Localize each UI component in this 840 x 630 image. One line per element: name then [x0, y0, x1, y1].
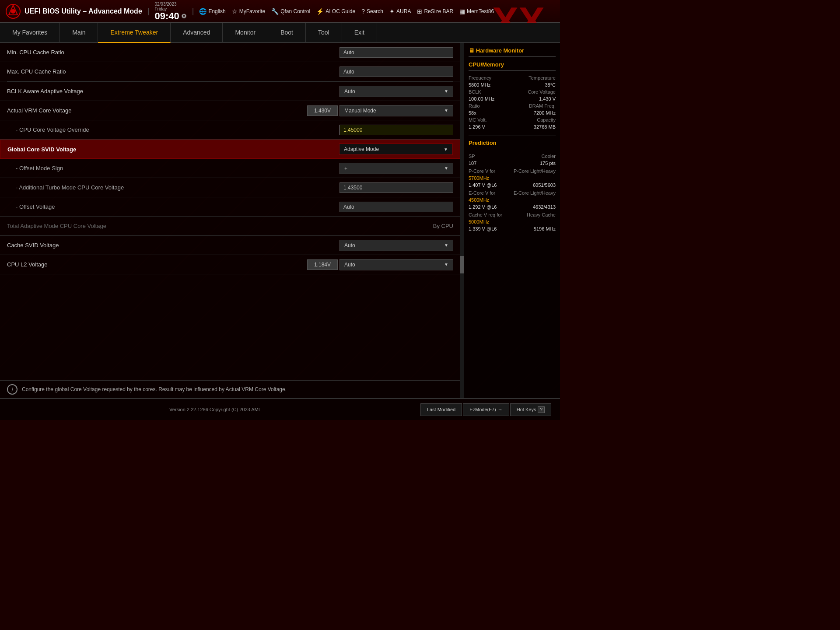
cpu-memory-section: CPU/Memory Frequency Temperature 5800 MH… — [469, 61, 556, 130]
cpu-memory-title: CPU/Memory — [469, 61, 556, 71]
cpu-l2-dropdown[interactable]: Auto ▼ — [340, 259, 453, 270]
ecore-volt: 1.292 V @L6 — [469, 204, 497, 210]
ez-mode-arrow-icon: → — [498, 407, 503, 412]
sp-values: 107 175 pts — [469, 161, 556, 166]
hot-keys-button[interactable]: Hot Keys ? — [510, 403, 551, 416]
tab-exit[interactable]: Exit — [342, 23, 377, 42]
corevolt-label: Core Voltage — [528, 89, 556, 94]
cpu-l2-label: CPU L2 Voltage — [7, 261, 307, 268]
pcore-lh-val: 6051/5603 — [533, 182, 556, 188]
pcore-row1: P-Core V for P-Core Light/Heavy — [469, 168, 556, 174]
setting-max-cpu-cache: Max. CPU Cache Ratio Auto — [0, 62, 460, 81]
prediction-title: Prediction — [469, 140, 556, 149]
cap-label: Capacity — [537, 117, 556, 122]
aura-icon: ✦ — [389, 8, 395, 15]
info-icon: i — [7, 384, 18, 395]
mc-value: 1.296 V — [469, 124, 485, 130]
setting-cache-svid: Cache SVID Voltage Auto ▼ — [0, 236, 460, 255]
nav-qfan[interactable]: 🔧 Qfan Control — [271, 8, 310, 15]
hw-mc-row: MC Volt. Capacity — [469, 117, 556, 122]
pcore-row2: 5700MHz — [469, 175, 556, 181]
cpu-override-value[interactable]: 1.45000 — [340, 125, 453, 135]
nav-aioc[interactable]: ⚡ AI OC Guide — [316, 8, 355, 15]
cache-hc-val: 5196 MHz — [534, 226, 556, 231]
turbo-mode-label: - Additional Turbo Mode CPU Core Voltage — [7, 184, 340, 191]
offset-voltage-label: - Offset Voltage — [7, 203, 340, 210]
tab-tool[interactable]: Tool — [306, 23, 342, 42]
bclk-aware-label: BCLK Aware Adaptive Voltage — [7, 88, 340, 94]
nav-english[interactable]: 🌐 English — [199, 8, 225, 15]
tab-bar: My Favorites Main Extreme Tweaker Advanc… — [0, 23, 560, 43]
cache-svid-dropdown[interactable]: Auto ▼ — [340, 240, 453, 251]
search-icon: ? — [361, 8, 365, 15]
nav-search[interactable]: ? Search — [361, 8, 383, 15]
last-modified-button[interactable]: Last Modified — [420, 403, 462, 416]
cooler-value: 175 pts — [540, 161, 556, 166]
setting-vrm-core: Actual VRM Core Voltage 1.430V Manual Mo… — [0, 101, 460, 120]
turbo-mode-value[interactable]: 1.43500 — [340, 182, 453, 193]
setting-svid-voltage: Global Core SVID Voltage Adaptive Mode ▼ — [0, 140, 460, 159]
total-adaptive-label: Total Adaptive Mode CPU Core Voltage — [7, 223, 433, 229]
tab-my-favorites[interactable]: My Favorites — [0, 23, 60, 42]
nav-resizebar[interactable]: ⊞ ReSize BAR — [417, 8, 453, 15]
ecore-lh-label: E-Core Light/Heavy — [514, 190, 556, 196]
header: UEFI BIOS Utility – Advanced Mode | 02/0… — [0, 0, 560, 23]
tab-boot[interactable]: Boot — [268, 23, 306, 42]
ez-mode-button[interactable]: EzMode(F7) → — [463, 403, 509, 416]
max-cpu-cache-value[interactable]: Auto — [340, 66, 453, 77]
svid-dropdown[interactable]: Adaptive Mode ▼ — [339, 144, 453, 155]
bclk-label: BCLK — [469, 89, 481, 94]
info-bar: i Configure the global Core Voltage requ… — [0, 380, 460, 398]
faq-key: ? — [538, 406, 545, 413]
vrm-core-badge: 1.430V — [307, 105, 338, 116]
tab-main[interactable]: Main — [60, 23, 98, 42]
chevron-down-icon: ▼ — [444, 262, 448, 267]
sp-label: SP — [469, 154, 475, 159]
cap-value: 32768 MB — [534, 124, 556, 130]
cpu-l2-badge: 1.184V — [307, 259, 338, 270]
rog-logo — [5, 4, 21, 19]
datetime: 02/03/2023 Friday 09:40 ⚙ — [154, 2, 186, 21]
hw-bclk-row: BCLK Core Voltage — [469, 89, 556, 94]
main-layout: Min. CPU Cache Ratio Auto Max. CPU Cache… — [0, 43, 560, 398]
vrm-core-dropdown[interactable]: Manual Mode ▼ — [340, 105, 453, 116]
globe-icon: 🌐 — [199, 8, 206, 15]
star-icon: ☆ — [232, 8, 238, 15]
nav-aura[interactable]: ✦ AURA — [389, 8, 411, 15]
nav-myfavorite[interactable]: ☆ MyFavorite — [232, 8, 265, 15]
hw-bclk-values: 100.00 MHz 1.430 V — [469, 96, 556, 102]
fan-icon: 🔧 — [271, 8, 279, 15]
tab-monitor[interactable]: Monitor — [223, 23, 268, 42]
gear-icon[interactable]: ⚙ — [181, 13, 187, 19]
cooler-label: Cooler — [542, 154, 556, 159]
nav-memtest[interactable]: ▦ MemTest86 — [459, 8, 494, 15]
scrollbar-thumb[interactable] — [460, 256, 464, 273]
setting-bclk-aware: BCLK Aware Adaptive Voltage Auto ▼ — [0, 82, 460, 101]
pcore-freq: 5700MHz — [469, 175, 489, 181]
footer-buttons: Last Modified EzMode(F7) → Hot Keys ? — [420, 403, 551, 416]
bclk-aware-dropdown[interactable]: Auto ▼ — [340, 86, 453, 97]
tab-extreme-tweaker[interactable]: Extreme Tweaker — [98, 23, 171, 43]
prediction-section: Prediction SP Cooler 107 175 pts P-Core … — [469, 140, 556, 231]
cache-row2: 5000MHz — [469, 219, 556, 224]
scrollbar[interactable] — [460, 43, 464, 398]
footer-version: Version 2.22.1286 Copyright (C) 2023 AMI — [169, 407, 260, 412]
sidebar-divider — [469, 136, 556, 136]
offset-voltage-value[interactable]: Auto — [340, 202, 453, 212]
tab-advanced[interactable]: Advanced — [171, 23, 223, 42]
time-display: 09:40 ⚙ — [154, 11, 186, 21]
info-text: Configure the global Core Voltage reques… — [22, 386, 287, 392]
total-adaptive-value: By CPU — [433, 223, 453, 229]
mem-icon: ▦ — [459, 8, 465, 15]
pcore-row3: 1.407 V @L6 6051/5603 — [469, 182, 556, 188]
ecore-lh-val: 4632/4313 — [533, 204, 556, 210]
pcore-label: P-Core V for — [469, 168, 495, 174]
pcore-lh-label: P-Core Light/Heavy — [514, 168, 556, 174]
cache-hc-label: Heavy Cache — [527, 212, 556, 217]
hw-frequency-values: 5800 MHz 38°C — [469, 82, 556, 88]
svid-label: Global Core SVID Voltage — [7, 146, 339, 153]
offset-sign-dropdown[interactable]: + ▼ — [340, 163, 453, 174]
mc-label: MC Volt. — [469, 117, 487, 122]
min-cpu-cache-label: Min. CPU Cache Ratio — [7, 49, 340, 56]
min-cpu-cache-value[interactable]: Auto — [340, 47, 453, 58]
